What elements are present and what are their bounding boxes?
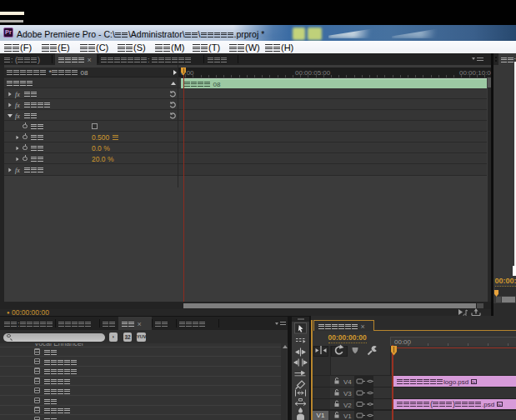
svg-text:V4: V4 xyxy=(343,378,352,386)
svg-text:V1: V1 xyxy=(343,412,352,420)
svg-text:V3: V3 xyxy=(343,390,352,398)
svg-text:V2: V2 xyxy=(343,402,352,409)
